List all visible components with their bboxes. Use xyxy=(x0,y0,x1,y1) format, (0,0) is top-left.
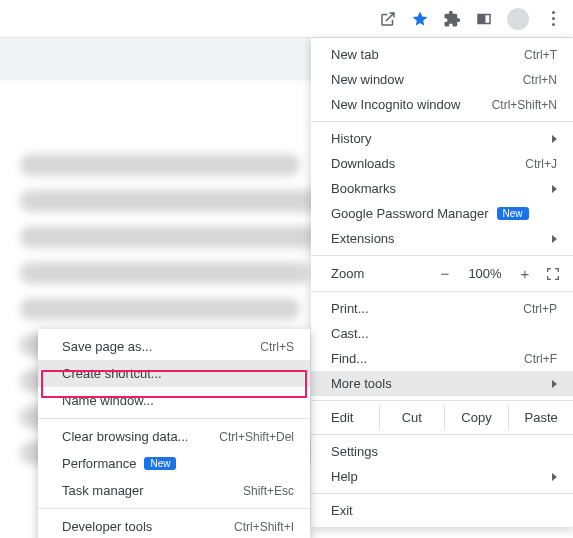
new-badge: New xyxy=(144,457,176,470)
chevron-right-icon xyxy=(552,235,557,243)
chevron-right-icon xyxy=(552,380,557,388)
edit-cut[interactable]: Cut xyxy=(379,405,444,430)
fullscreen-icon[interactable] xyxy=(545,266,561,282)
menu-password-manager[interactable]: Google Password ManagerNew xyxy=(311,201,573,226)
zoom-out-button[interactable]: − xyxy=(433,265,457,282)
menu-downloads[interactable]: DownloadsCtrl+J xyxy=(311,151,573,176)
edit-label: Edit xyxy=(311,405,379,430)
menu-zoom: Zoom − 100% + xyxy=(311,260,573,287)
menu-separator xyxy=(311,291,573,292)
star-icon[interactable] xyxy=(411,10,429,28)
chevron-right-icon xyxy=(552,185,557,193)
submenu-performance[interactable]: PerformanceNew xyxy=(38,450,310,477)
menu-extensions[interactable]: Extensions xyxy=(311,226,573,251)
chevron-right-icon xyxy=(552,135,557,143)
menu-help[interactable]: Help xyxy=(311,464,573,489)
extensions-puzzle-icon[interactable] xyxy=(443,10,461,28)
menu-separator xyxy=(38,508,310,509)
submenu-clear-data[interactable]: Clear browsing data...Ctrl+Shift+Del xyxy=(38,423,310,450)
zoom-in-button[interactable]: + xyxy=(513,265,537,282)
more-tools-submenu: Save page as...Ctrl+S Create shortcut...… xyxy=(38,329,310,538)
menu-print[interactable]: Print...Ctrl+P xyxy=(311,296,573,321)
share-icon[interactable] xyxy=(379,10,397,28)
menu-bookmarks[interactable]: Bookmarks xyxy=(311,176,573,201)
menu-edit-row: Edit Cut Copy Paste xyxy=(311,405,573,430)
browser-toolbar xyxy=(0,0,573,38)
menu-exit[interactable]: Exit xyxy=(311,498,573,523)
menu-find[interactable]: Find...Ctrl+F xyxy=(311,346,573,371)
menu-new-window[interactable]: New windowCtrl+N xyxy=(311,67,573,92)
menu-new-incognito[interactable]: New Incognito windowCtrl+Shift+N xyxy=(311,92,573,117)
menu-history[interactable]: History xyxy=(311,126,573,151)
zoom-value: 100% xyxy=(465,266,505,281)
edit-paste[interactable]: Paste xyxy=(508,405,573,430)
profile-avatar[interactable] xyxy=(507,8,529,30)
menu-more-tools[interactable]: More tools xyxy=(311,371,573,396)
submenu-create-shortcut[interactable]: Create shortcut... xyxy=(38,360,310,387)
menu-new-tab[interactable]: New tabCtrl+T xyxy=(311,42,573,67)
menu-separator xyxy=(311,434,573,435)
submenu-task-manager[interactable]: Task managerShift+Esc xyxy=(38,477,310,504)
chrome-main-menu: New tabCtrl+T New windowCtrl+N New Incog… xyxy=(311,38,573,527)
submenu-developer-tools[interactable]: Developer toolsCtrl+Shift+I xyxy=(38,513,310,538)
new-badge: New xyxy=(497,207,529,220)
menu-cast[interactable]: Cast... xyxy=(311,321,573,346)
menu-separator xyxy=(311,493,573,494)
menu-separator xyxy=(311,400,573,401)
more-menu-icon[interactable] xyxy=(543,5,563,33)
submenu-name-window[interactable]: Name window... xyxy=(38,387,310,414)
menu-separator xyxy=(311,255,573,256)
edit-copy[interactable]: Copy xyxy=(444,405,509,430)
menu-settings[interactable]: Settings xyxy=(311,439,573,464)
submenu-save-page[interactable]: Save page as...Ctrl+S xyxy=(38,333,310,360)
zoom-label: Zoom xyxy=(331,266,425,281)
chevron-right-icon xyxy=(552,473,557,481)
menu-separator xyxy=(38,418,310,419)
side-panel-icon[interactable] xyxy=(475,10,493,28)
menu-separator xyxy=(311,121,573,122)
